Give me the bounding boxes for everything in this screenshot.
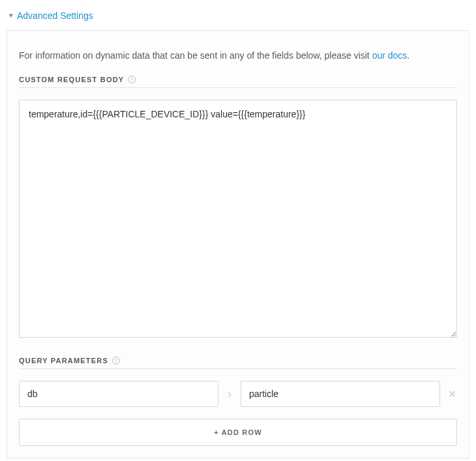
custom-request-body-textarea[interactable] xyxy=(19,100,457,338)
custom-request-body-label-text: CUSTOM REQUEST BODY xyxy=(19,76,124,83)
query-param-key-input[interactable] xyxy=(19,381,218,407)
advanced-settings-panel: For information on dynamic data that can… xyxy=(7,30,469,458)
caret-down-icon: ▾ xyxy=(9,11,13,20)
info-text-before: For information on dynamic data that can… xyxy=(19,50,372,61)
add-row-button[interactable]: + ADD ROW xyxy=(19,419,457,446)
query-parameters-label: QUERY PARAMETERS ? xyxy=(19,357,457,369)
query-parameters-label-text: QUERY PARAMETERS xyxy=(19,357,108,364)
custom-request-body-label: CUSTOM REQUEST BODY ? xyxy=(19,76,457,88)
close-icon[interactable]: ✕ xyxy=(447,388,457,400)
query-param-value-input[interactable] xyxy=(241,381,440,407)
info-text-after: . xyxy=(407,50,409,61)
chevron-right-icon: › xyxy=(225,387,234,401)
query-parameters-section: QUERY PARAMETERS ? › ✕ + ADD ROW xyxy=(19,357,457,446)
info-text: For information on dynamic data that can… xyxy=(19,49,457,63)
info-icon[interactable]: ? xyxy=(128,76,136,83)
info-icon[interactable]: ? xyxy=(112,357,120,364)
docs-link[interactable]: our docs xyxy=(372,50,408,61)
advanced-settings-title: Advanced Settings xyxy=(17,10,93,21)
query-param-row: › ✕ xyxy=(19,381,457,407)
advanced-settings-toggle[interactable]: ▾ Advanced Settings xyxy=(7,7,469,30)
